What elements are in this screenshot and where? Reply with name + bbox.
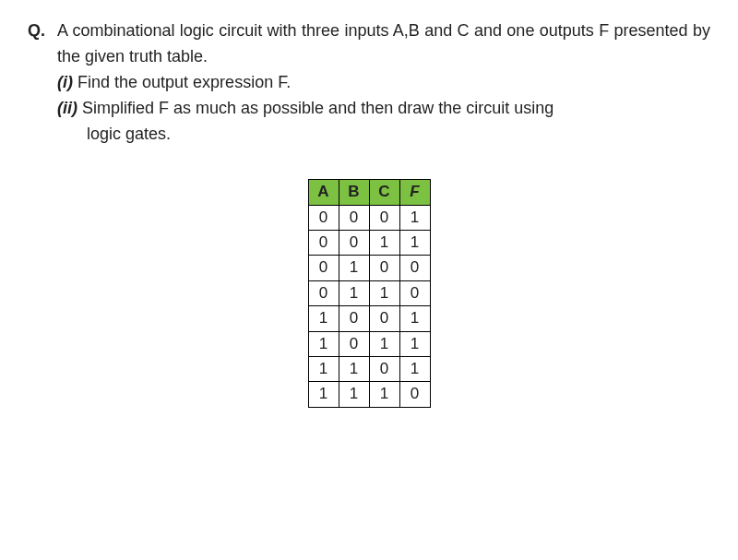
cell: 1 [339, 280, 369, 305]
part-text: Simplified F as much as possible and the… [82, 99, 554, 117]
cell: 0 [369, 256, 399, 280]
question-part-ii: (ii) Simplified F as much as possible an… [28, 96, 710, 122]
col-header-c: C [369, 180, 399, 205]
cell: 0 [339, 205, 369, 230]
cell: 1 [308, 382, 339, 407]
cell: 0 [308, 231, 339, 256]
cell: 0 [399, 382, 430, 407]
cell: 1 [369, 280, 399, 305]
cell: 1 [339, 382, 369, 407]
col-header-a: A [308, 180, 339, 205]
cell: 1 [399, 205, 430, 230]
cell: 1 [369, 231, 399, 256]
cell: 0 [339, 331, 369, 356]
table-row: 0 1 0 0 [308, 256, 430, 280]
question-block: Q. A combinational logic circuit with th… [28, 18, 710, 147]
part-label: (i) [57, 73, 73, 91]
cell: 0 [369, 356, 399, 381]
cell: 1 [399, 331, 430, 356]
table-row: 0 0 0 1 [308, 205, 430, 230]
cell: 1 [308, 356, 339, 381]
part-label: (ii) [57, 99, 77, 117]
cell: 0 [399, 280, 430, 305]
cell: 1 [339, 356, 369, 381]
cell: 1 [308, 331, 339, 356]
question-main-text: A combinational logic circuit with three… [28, 18, 710, 70]
part-text-continuation: logic gates. [28, 122, 710, 148]
cell: 0 [308, 205, 339, 230]
cell: 0 [308, 256, 339, 280]
question-label: Q. [28, 18, 54, 44]
cell: 1 [369, 331, 399, 356]
table-body: 0 0 0 1 0 0 1 1 0 1 0 0 0 1 1 0 1 0 0 1 [308, 205, 430, 407]
truth-table: A B C F 0 0 0 1 0 0 1 1 0 1 0 0 0 1 1 0 [308, 179, 431, 407]
table-header-row: A B C F [308, 180, 430, 205]
cell: 1 [399, 356, 430, 381]
table-row: 0 0 1 1 [308, 231, 430, 256]
cell: 0 [339, 231, 369, 256]
cell: 0 [399, 256, 430, 280]
cell: 1 [399, 306, 430, 331]
cell: 1 [399, 231, 430, 256]
cell: 1 [308, 306, 339, 331]
cell: 0 [369, 205, 399, 230]
cell: 1 [369, 382, 399, 407]
cell: 1 [339, 256, 369, 280]
cell: 0 [339, 306, 369, 331]
cell: 0 [369, 306, 399, 331]
table-row: 1 1 0 1 [308, 356, 430, 381]
cell: 0 [308, 280, 339, 305]
table-row: 1 1 1 0 [308, 382, 430, 407]
part-text: Find the output expression F. [77, 73, 291, 91]
table-row: 1 0 1 1 [308, 331, 430, 356]
question-part-i: (i) Find the output expression F. [28, 70, 710, 96]
col-header-f: F [399, 180, 430, 205]
table-row: 1 0 0 1 [308, 306, 430, 331]
col-header-b: B [339, 180, 369, 205]
table-row: 0 1 1 0 [308, 280, 430, 305]
